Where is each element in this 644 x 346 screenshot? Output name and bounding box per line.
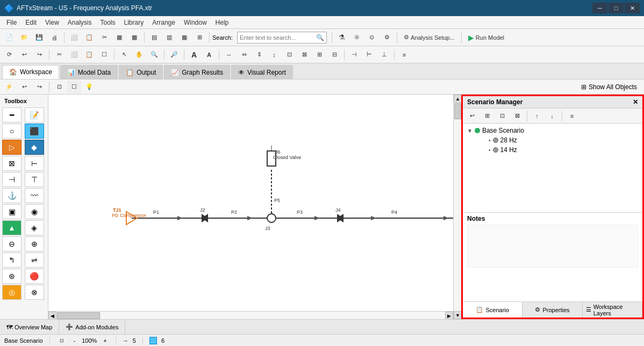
footer-tab-addons[interactable]: ➕ Add-on Modules	[59, 320, 125, 334]
align-btn[interactable]: ↔	[222, 48, 236, 61]
toolbox-check-valve[interactable]: ⊢	[25, 156, 44, 171]
align3-btn[interactable]: ⇕	[252, 48, 266, 61]
search-icon[interactable]: 🔍	[316, 34, 324, 41]
sm-btn1[interactable]: ↩	[465, 110, 479, 122]
analysis-setup-button[interactable]: ⚙ Analysis Setup...	[400, 31, 459, 44]
new-button[interactable]: 📄	[2, 31, 16, 44]
align8-btn[interactable]: ⊟	[327, 48, 341, 61]
flask-icon[interactable]: ⚗	[335, 31, 349, 44]
text-large-btn[interactable]: A	[187, 48, 201, 61]
menu-view[interactable]: View	[41, 18, 63, 27]
scroll-thumb-vertical[interactable]	[454, 103, 461, 119]
toolbox-flow[interactable]: ⇌	[25, 253, 44, 268]
scroll-down-arrow[interactable]: ▼	[454, 311, 461, 319]
base-scenario-label[interactable]: Base Scenario	[482, 127, 524, 134]
sm-btn4[interactable]: ⊠	[510, 110, 524, 122]
tb-btn5[interactable]: ▦	[112, 31, 126, 44]
toolbox-flex[interactable]: 〰	[25, 188, 44, 203]
pipe-btn[interactable]: ⊣	[347, 48, 361, 61]
copy2-btn[interactable]: ⬜	[67, 48, 81, 61]
show-all-objects-btn[interactable]: ⊞ Show All Objects	[576, 82, 642, 92]
align5-btn[interactable]: ⊡	[282, 48, 296, 61]
align2-btn[interactable]: ⇔	[237, 48, 251, 61]
tool-undo[interactable]: ↩	[17, 81, 31, 93]
menu-window[interactable]: Window	[180, 18, 211, 27]
zoom-btn[interactable]: 🔍	[147, 48, 161, 61]
sm-btn2[interactable]: ⊞	[480, 110, 494, 122]
pipe2-btn[interactable]: ⊢	[362, 48, 376, 61]
sm-down-btn[interactable]: ↓	[545, 110, 559, 122]
network-icon[interactable]: ⊙	[365, 31, 379, 44]
find-btn[interactable]: 🔎	[167, 48, 181, 61]
minimize-button[interactable]: ─	[592, 3, 607, 13]
scroll-left-arrow[interactable]: ◀	[48, 312, 56, 319]
toolbox-control[interactable]: ⊕	[25, 236, 44, 251]
hz14-label[interactable]: 14 Hz	[500, 146, 517, 154]
fit-page-btn[interactable]: ⊡	[56, 336, 67, 345]
run-model-button[interactable]: ▶ Run Model	[464, 31, 508, 44]
toolbox-pump[interactable]: ▷	[2, 140, 22, 155]
toolbox-source[interactable]: ▲	[2, 220, 22, 235]
scroll-thumb-horizontal[interactable]	[57, 312, 100, 319]
toolbox-sensor[interactable]: ◎	[2, 285, 22, 300]
toolbox-annotation[interactable]: 📝	[25, 107, 44, 122]
scroll-right-arrow[interactable]: ▶	[445, 312, 453, 319]
tool-btn5[interactable]: ☐	[67, 81, 81, 93]
footer-tab-overview[interactable]: 🗺 Overview Map	[0, 320, 59, 334]
gear-icon[interactable]: ⚙	[380, 31, 394, 44]
menu-analysis[interactable]: Analysis	[63, 18, 96, 27]
zoom-out-btn[interactable]: -	[71, 337, 78, 344]
tool-btn6[interactable]: 💡	[82, 81, 96, 93]
menu-arrange[interactable]: Arrange	[148, 18, 180, 27]
toolbox-gauge[interactable]: ⊗	[25, 285, 44, 300]
scroll-track-horizontal[interactable]	[56, 312, 445, 319]
horizontal-scrollbar[interactable]: ◀ ▶	[48, 311, 453, 319]
tab-output[interactable]: 📋 Output	[119, 65, 163, 79]
toolbox-comp2[interactable]: ⊛	[2, 269, 22, 284]
close-button[interactable]: ✕	[625, 3, 640, 13]
paste-btn[interactable]: 📋	[82, 31, 96, 44]
toolbox-tank[interactable]: ⬛	[25, 124, 44, 139]
maximize-button[interactable]: □	[609, 3, 624, 13]
search-input[interactable]	[240, 34, 315, 41]
tab-model-data[interactable]: 📊 Model Data	[60, 65, 118, 79]
print-button[interactable]: 🖨	[47, 31, 61, 44]
tb-btn6[interactable]: ▩	[127, 31, 141, 44]
toolbox-elbow[interactable]: ↰	[2, 253, 22, 268]
paste2-btn[interactable]: 📋	[82, 48, 96, 61]
cut-btn[interactable]: ✂	[97, 31, 111, 44]
tb-btn9[interactable]: ▦	[177, 31, 191, 44]
tool-btn4[interactable]: ⊡	[52, 81, 66, 93]
sm-tab-scenario[interactable]: 📋 Scenario	[463, 302, 523, 318]
toolbox-boundary[interactable]: ◈	[25, 220, 44, 235]
sm-close[interactable]: ✕	[633, 98, 638, 106]
toolbox-reducer[interactable]: ⊤	[25, 172, 44, 187]
align4-btn[interactable]: ↕	[267, 48, 281, 61]
toolbox-tee[interactable]: ⊣	[2, 172, 22, 187]
toolbox-fixed[interactable]: ▣	[2, 204, 22, 219]
hz28-label[interactable]: 28 Hz	[500, 136, 517, 144]
tab-visual-report[interactable]: 👁 Visual Report	[231, 65, 293, 79]
vertical-scrollbar[interactable]: ▲ ▼	[453, 95, 461, 319]
text-small-btn[interactable]: A	[202, 48, 216, 61]
align6-btn[interactable]: ⊠	[297, 48, 311, 61]
tab-graph-results[interactable]: 📈 Graph Results	[164, 65, 230, 79]
select-btn[interactable]: ↖	[117, 48, 131, 61]
tb-btn7[interactable]: ▤	[147, 31, 161, 44]
menu-library[interactable]: Library	[120, 18, 148, 27]
delete-btn[interactable]: ☐	[97, 48, 111, 61]
scissors-btn[interactable]: ✂	[52, 48, 66, 61]
redo-btn[interactable]: ↪	[32, 48, 46, 61]
tool-redo[interactable]: ↪	[32, 81, 46, 93]
toolbox-filter[interactable]: 🔴	[25, 269, 44, 284]
canvas-scroll[interactable]: TJ1 PD Compressor P1 J2 P2 J3 P3	[48, 95, 461, 319]
scroll-up-arrow[interactable]: ▲	[454, 95, 461, 103]
sm-tab-workspace-layers[interactable]: ☰ Workspace Layers	[583, 302, 642, 318]
notes-content[interactable]	[467, 225, 638, 268]
pan-btn[interactable]: ✋	[132, 48, 146, 61]
undo-btn[interactable]: ↩	[17, 48, 31, 61]
search-box[interactable]: 🔍	[237, 32, 327, 44]
scroll-track-vertical[interactable]	[454, 103, 461, 311]
tb-btn8[interactable]: ▥	[162, 31, 176, 44]
tool-btn1[interactable]: ⚡	[2, 81, 16, 93]
